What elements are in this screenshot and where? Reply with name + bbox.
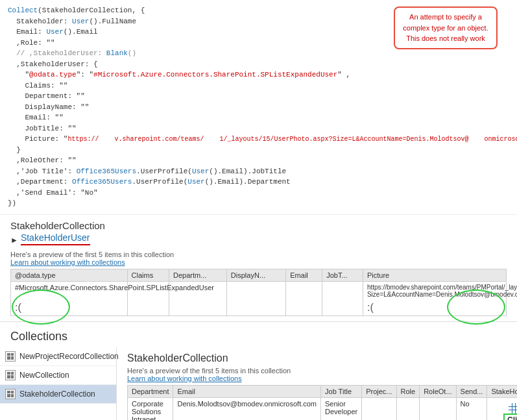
- bcell-email: Denis.Molodtsov@bmodev.onmicrosoft.com: [173, 397, 321, 420]
- collection-content-title: StakeholderCollection: [127, 352, 517, 364]
- bcol-send: Send...: [456, 385, 487, 397]
- cell-picture: https://bmodev.sharepoint.com/teams/PMPo…: [363, 281, 506, 315]
- collection-content-desc: Here's a preview of the first 5 items in…: [127, 367, 517, 382]
- bcell-department: Corporate Solutions Intranet: [128, 397, 173, 420]
- collections-content: StakeholderCollection Here's a preview o…: [117, 347, 517, 421]
- sidebar-item-newcollection[interactable]: NewCollection: [0, 366, 116, 385]
- sidebar-label-newcollection: NewCollection: [19, 371, 69, 380]
- code-line-13: Picture: "https:// v.sharepoint.com/team…: [8, 134, 509, 145]
- collection-subtitle[interactable]: StakeHolderUser: [21, 232, 90, 245]
- code-line-16: ,'Job Title': Office365Users.UserProfile…: [8, 166, 509, 177]
- bcell-send: No: [456, 397, 487, 420]
- col-claims: Claims: [127, 269, 169, 281]
- preview-description: Here's a preview of the first 5 items in…: [10, 251, 507, 266]
- col-jobtitle: JobT...: [322, 269, 363, 281]
- bcell-jobtitle: Senior Developer: [321, 397, 362, 420]
- bcol-jobtitle: Job Title: [321, 385, 362, 397]
- col-odata: @odata.type: [11, 269, 128, 281]
- sidebar-item-stakeholder[interactable]: StakeholderCollection: [0, 385, 116, 404]
- bcol-role: Role: [396, 385, 420, 397]
- cell-jobtitle: [322, 281, 363, 315]
- cell-odata: #Microsoft.Azure.Connectors.SharePoint.S…: [11, 281, 128, 315]
- code-line-15: ,RoleOther: "": [8, 155, 509, 166]
- collection-title: StakeholderCollection: [10, 220, 507, 231]
- bcell-roleother: [420, 397, 456, 420]
- collections-layout: NewProjectRecordCollection NewCollection: [0, 347, 517, 421]
- annotation-bubble: An attempt to specify a complex type for…: [394, 6, 498, 49]
- expand-icon[interactable]: ►: [10, 236, 18, 245]
- code-line-10: DisplayName: "": [8, 102, 509, 113]
- bcell-stakeholder[interactable]: Click: [487, 397, 517, 420]
- col-picture: Picture: [363, 269, 506, 281]
- sidebar-label-newproject: NewProjectRecordCollection: [19, 352, 119, 361]
- sidebar-item-icon-newproject: [5, 351, 16, 362]
- cell-email: [286, 281, 322, 315]
- sidebar-item-newproject[interactable]: NewProjectRecordCollection: [0, 347, 116, 366]
- sidebar-item-icon-newcollection: [5, 370, 16, 380]
- click-button[interactable]: Click: [503, 414, 517, 420]
- bottom-table-row: Corporate Solutions Intranet Denis.Molod…: [128, 397, 518, 420]
- sidebar-item-icon-stakeholder: [5, 389, 16, 399]
- code-line-9: Department: "": [8, 91, 509, 102]
- grid-icon-newcollection: [7, 372, 14, 378]
- col-displayname: DisplayN...: [226, 269, 285, 281]
- code-line-11: Email: "": [8, 112, 509, 123]
- code-line-5: // ,StakeholderUser: Blank(): [8, 48, 509, 59]
- code-line-19: }): [8, 198, 509, 209]
- collection-content-link[interactable]: Learn about working with collections: [127, 375, 242, 382]
- bcell-project: [362, 397, 396, 420]
- bcell-role: [396, 397, 420, 420]
- code-line-14: }: [8, 145, 509, 156]
- collections-section: Collections NewProjectRecordCollection: [0, 322, 517, 421]
- sidebar-label-stakeholder: StakeholderCollection: [19, 389, 95, 399]
- table-row: #Microsoft.Azure.Connectors.SharePoint.S…: [11, 281, 507, 315]
- col-department: Departm...: [169, 269, 226, 281]
- collections-sidebar: NewProjectRecordCollection NewCollection: [0, 347, 117, 421]
- grid-icon-newproject: [7, 353, 14, 360]
- preview-table-wrapper: @odata.type Claims Departm... DisplayN..…: [10, 269, 507, 316]
- cell-displayname: [226, 281, 285, 315]
- bottom-table: Department Email Job Title Projec... Rol…: [127, 385, 517, 421]
- bcol-project: Projec...: [362, 385, 396, 397]
- code-line-17: ,Department: Office365Users.UserProfile(…: [8, 177, 509, 188]
- preview-table: @odata.type Claims Departm... DisplayN..…: [10, 269, 507, 316]
- col-email: Email: [286, 269, 322, 281]
- preview-link[interactable]: Learn about working with collections: [10, 258, 125, 266]
- code-line-7: "@odata.type": "#Microsoft.Azure.Connect…: [8, 69, 509, 80]
- bcol-roleother: RoleOt...: [420, 385, 456, 397]
- code-line-12: JobTitle: "": [8, 123, 509, 134]
- stakeholder-preview-section: StakeholderCollection ► StakeHolderUser …: [0, 215, 517, 322]
- code-line-8: Claims: "": [8, 80, 509, 92]
- collections-header: Collections: [0, 327, 517, 347]
- bcol-stakeholder: StakeHolder...: [487, 385, 517, 397]
- grid-icon-stakeholder: [7, 391, 14, 397]
- bcol-department: Department: [128, 385, 173, 397]
- code-line-6: ,StakeholderUser: {: [8, 59, 509, 70]
- bcol-email: Email: [173, 385, 321, 397]
- code-section: An attempt to specify a complex type for…: [0, 0, 517, 215]
- code-line-18: ,'Send Email': "No": [8, 188, 509, 199]
